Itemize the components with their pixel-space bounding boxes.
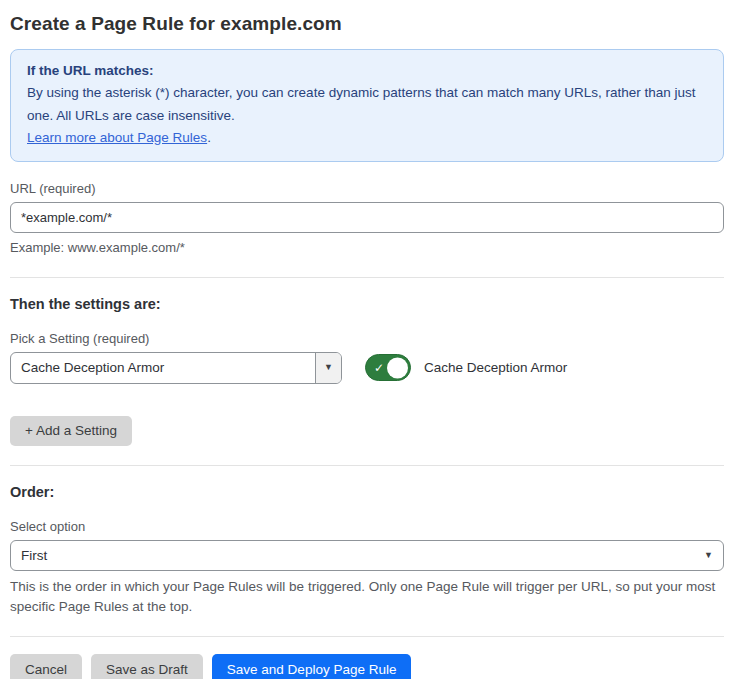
setting-toggle[interactable]: ✓ [365, 354, 411, 381]
save-and-deploy-button[interactable]: Save and Deploy Page Rule [212, 654, 412, 679]
check-icon: ✓ [374, 361, 384, 375]
add-setting-button[interactable]: + Add a Setting [10, 416, 132, 446]
setting-select[interactable]: Cache Deception Armor ▼ [10, 352, 342, 384]
page-title: Create a Page Rule for example.com [10, 13, 724, 35]
settings-section-heading: Then the settings are: [10, 296, 724, 312]
chevron-down-icon: ▼ [324, 363, 333, 372]
order-helper-text: This is the order in which your Page Rul… [10, 577, 724, 618]
url-match-info-box: If the URL matches: By using the asteris… [10, 49, 724, 162]
info-box-heading: If the URL matches: [27, 60, 707, 82]
setting-select-value: Cache Deception Armor [11, 353, 315, 383]
setting-row: Cache Deception Armor ▼ ✓ Cache Deceptio… [10, 352, 724, 384]
page-rule-form: Create a Page Rule for example.com If th… [0, 0, 750, 679]
divider [10, 277, 724, 278]
form-actions: Cancel Save as Draft Save and Deploy Pag… [10, 654, 724, 679]
learn-more-link[interactable]: Learn more about Page Rules [27, 130, 207, 145]
info-box-body: By using the asterisk (*) character, you… [27, 82, 707, 127]
url-label: URL (required) [10, 181, 724, 196]
setting-toggle-label: Cache Deception Armor [424, 360, 567, 375]
order-select[interactable]: First ▼ [10, 540, 724, 571]
order-select-label: Select option [10, 519, 724, 534]
link-suffix: . [207, 130, 211, 145]
divider [10, 636, 724, 637]
url-input[interactable] [10, 202, 724, 233]
divider [10, 465, 724, 466]
url-helper-text: Example: www.example.com/* [10, 239, 724, 258]
toggle-knob [387, 357, 408, 378]
save-as-draft-button[interactable]: Save as Draft [91, 654, 203, 679]
order-select-value: First [21, 548, 47, 563]
chevron-down-icon: ▼ [704, 551, 713, 560]
setting-picker-label: Pick a Setting (required) [10, 331, 724, 346]
info-box-link-line: Learn more about Page Rules. [27, 127, 707, 149]
cancel-button[interactable]: Cancel [10, 654, 82, 679]
order-section-heading: Order: [10, 484, 724, 500]
setting-select-arrow-button[interactable]: ▼ [315, 353, 341, 383]
